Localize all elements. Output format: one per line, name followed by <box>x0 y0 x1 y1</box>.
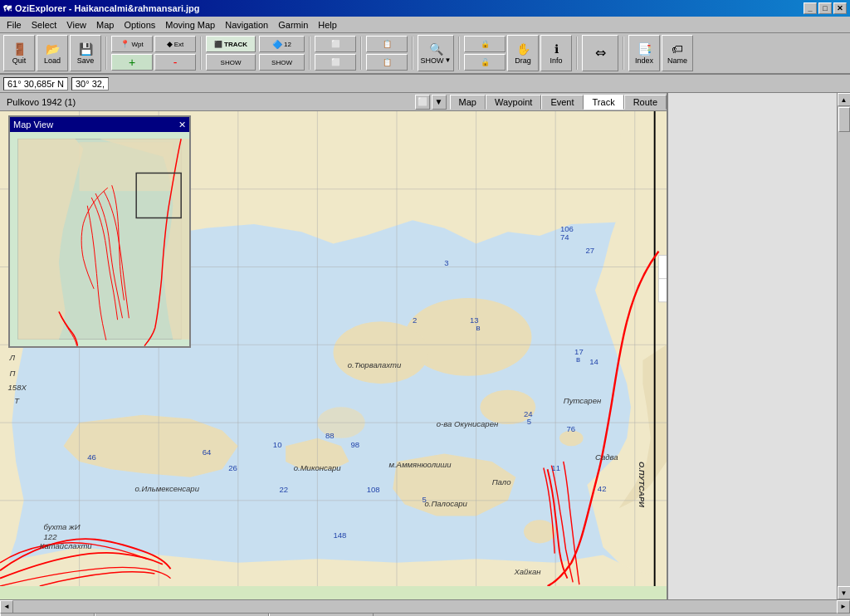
overview-svg <box>10 132 189 346</box>
h-scroll-track[interactable] <box>13 601 837 613</box>
load-button[interactable]: 📂 Load <box>37 35 68 71</box>
track-button[interactable]: ⬛ TRACK <box>206 36 256 52</box>
map-area[interactable]: Pulkovo 1942 (1) ⬜ ▼ Map Waypoint Event … <box>0 93 667 599</box>
remove-wpt-button[interactable]: - <box>154 54 196 71</box>
right-panel <box>667 93 837 599</box>
lock-btn[interactable]: 🔒 <box>464 36 506 52</box>
depth-76: 76 <box>567 424 576 433</box>
track-main <box>548 252 659 586</box>
label-t: Т <box>14 396 20 405</box>
tab-track[interactable]: Track <box>584 95 624 110</box>
lock-group: 🔒 🔓 <box>464 36 506 71</box>
action-group: 📋 📋 <box>366 36 408 71</box>
name-button[interactable]: 🏷 Name <box>662 35 693 71</box>
route-button[interactable]: 🔷 12 <box>259 36 305 52</box>
ext-label: Ext <box>174 41 184 48</box>
drag-label: Drag <box>515 56 531 65</box>
scroll-track[interactable] <box>838 106 850 586</box>
menu-map[interactable]: Map <box>91 18 119 32</box>
nautical-chart[interactable]: Путсарен О.ПУТСАРИ о.Ильмексенсари бухта… <box>0 111 667 586</box>
island-small1 <box>559 430 584 446</box>
tab-route[interactable]: Route <box>624 95 667 110</box>
tab-event[interactable]: Event <box>541 95 583 110</box>
track-group: ⬛ TRACK SHOW <box>206 36 256 71</box>
display-btn1[interactable]: ⬜ <box>315 36 356 52</box>
right-panel-content <box>668 93 837 599</box>
shallow1 <box>317 407 364 438</box>
scroll-down-button[interactable]: ▼ <box>838 586 851 599</box>
unlock-btn[interactable]: 🔓 <box>464 54 506 71</box>
zoom-button[interactable]: 🔍 SHOW ▼ <box>418 35 454 71</box>
quit-button[interactable]: 🚪 Quit <box>3 35 35 71</box>
tab-map[interactable]: Map <box>450 95 486 110</box>
minimize-button[interactable]: _ <box>804 2 817 14</box>
menu-select[interactable]: Select <box>27 18 62 32</box>
menu-options[interactable]: Options <box>119 18 160 32</box>
vertical-scrollbar[interactable]: ▲ ▼ <box>837 93 850 599</box>
nav-arrows-button[interactable]: ⇔ <box>582 35 618 71</box>
scroll-up-button[interactable]: ▲ <box>838 93 851 106</box>
depth-46-left: 46 <box>87 452 96 462</box>
coord-bar: 61° 30,685r N 30° 32, <box>0 75 850 93</box>
close-button[interactable]: ✕ <box>833 2 847 14</box>
action-btn1[interactable]: 📋 <box>366 36 408 52</box>
scroll-thumb[interactable] <box>838 107 850 132</box>
scroll-right-button[interactable]: ► <box>837 600 850 614</box>
menu-help[interactable]: Help <box>313 18 342 32</box>
drag-button[interactable]: ✋ Drag <box>507 35 539 71</box>
action-btn2[interactable]: 📋 <box>366 54 408 71</box>
action-icon1: 📋 <box>383 40 392 48</box>
drag-icon: ✋ <box>516 42 530 56</box>
label-tyyrv: о.Тюрвалахти <box>348 361 402 370</box>
menu-garmin[interactable]: Garmin <box>273 18 313 32</box>
route-show-button[interactable]: SHOW <box>259 54 305 71</box>
track-show-button[interactable]: SHOW <box>206 54 256 71</box>
menu-view[interactable]: View <box>61 18 91 32</box>
sep1 <box>105 37 107 70</box>
action-icon2: 📋 <box>383 58 392 66</box>
depth-98: 98 <box>351 440 360 449</box>
depth-106: 106 <box>560 224 574 233</box>
zoom-dropdown-icon[interactable]: ▼ <box>445 56 452 64</box>
tab-waypoint[interactable]: Waypoint <box>486 95 541 110</box>
depth-2: 2 <box>413 315 417 325</box>
island-okunsaren <box>480 390 535 424</box>
route-group: 🔷 12 SHOW <box>259 36 305 71</box>
island-mikonsari <box>286 438 349 470</box>
info-button[interactable]: ℹ Info <box>540 35 572 71</box>
add-wpt-button[interactable]: + <box>111 54 153 71</box>
save-button[interactable]: 💾 Save <box>70 35 101 71</box>
land-right <box>587 111 667 586</box>
wpt-icon: 📍 <box>120 40 129 48</box>
label-amm: м.Аммянюолиши <box>388 461 452 470</box>
map-icon-btn1[interactable]: ⬜ <box>415 95 430 110</box>
scroll-left-button[interactable]: ◄ <box>0 600 13 614</box>
display-icon1: ⬜ <box>331 40 340 48</box>
depth-3: 3 <box>444 258 448 267</box>
ext-button[interactable]: ◆ Ext <box>154 36 196 52</box>
menu-navigation[interactable]: Navigation <box>220 18 273 32</box>
menu-bar: File Select View Map Options Moving Map … <box>0 17 850 33</box>
display-btn2[interactable]: ⬜ <box>315 54 356 71</box>
wpt-button[interactable]: 📍 Wpt <box>111 36 153 52</box>
nav-box <box>658 255 667 301</box>
island-tyyrvalaht <box>334 321 429 384</box>
depth-64: 64 <box>203 448 212 457</box>
depth-138b: в <box>476 324 481 333</box>
maximize-button[interactable]: □ <box>818 2 832 14</box>
unlock-icon: 🔓 <box>481 58 490 66</box>
map-icon-btn2[interactable]: ▼ <box>432 95 447 110</box>
sep7 <box>576 37 578 70</box>
label-palo: Пало <box>492 477 511 486</box>
map-overview-close[interactable]: ✕ <box>178 120 186 130</box>
depth-245b: 5 <box>527 417 531 426</box>
window-title: OziExplorer - Haikancalmi&rahmansari.jpg <box>15 3 804 13</box>
horizontal-scrollbar[interactable]: ◄ ► <box>0 599 850 613</box>
track-center4 <box>564 462 579 584</box>
depth-74: 74 <box>560 232 569 242</box>
menu-file[interactable]: File <box>2 18 27 32</box>
index-button[interactable]: 📑 Index <box>628 35 660 71</box>
name-icon: 🏷 <box>672 42 683 56</box>
menu-moving-map[interactable]: Moving Map <box>160 18 220 32</box>
route-show-label: SHOW <box>271 59 292 66</box>
